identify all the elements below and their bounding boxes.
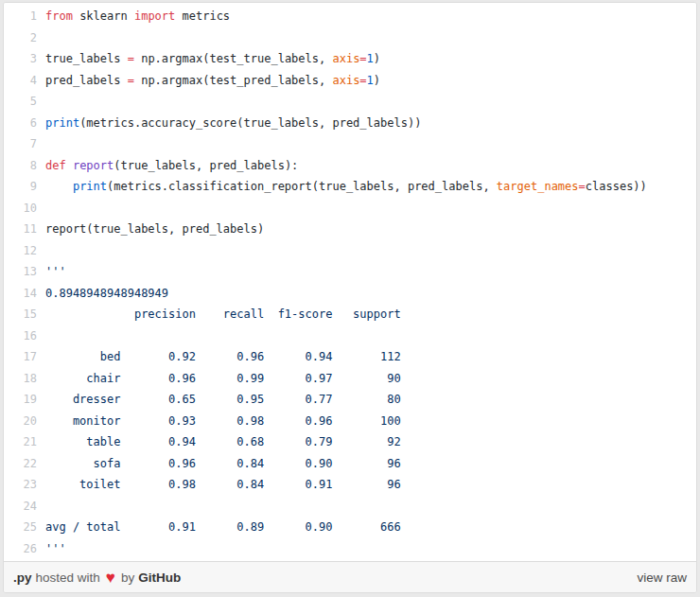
code-line: 21 table 0.94 0.68 0.79 92 <box>4 431 696 453</box>
gist-file-link[interactable]: .py <box>13 571 32 585</box>
by-label: by <box>121 571 134 585</box>
code-line: 140.8948948948948949 <box>4 283 696 305</box>
code-line: 6print(metrics.accuracy_score(true_label… <box>4 113 696 134</box>
code-text: dresser 0.65 0.95 0.77 80 <box>37 389 401 411</box>
code-line: 24 <box>4 496 696 518</box>
code-line: 22 sofa 0.96 0.84 0.90 96 <box>4 453 696 475</box>
code-text: sofa 0.96 0.84 0.90 96 <box>37 453 401 475</box>
code-text: toilet 0.98 0.84 0.91 96 <box>37 474 401 496</box>
code-text: monitor 0.93 0.98 0.96 100 <box>37 411 401 432</box>
line-number: 7 <box>4 133 37 155</box>
github-link[interactable]: GitHub <box>138 571 181 585</box>
line-number: 8 <box>4 155 37 177</box>
code-line: 23 toilet 0.98 0.84 0.91 96 <box>4 474 696 496</box>
code-text: from sklearn import metrics <box>37 6 230 27</box>
code-text <box>37 198 45 219</box>
line-number: 6 <box>4 113 37 134</box>
code-text: pred_labels = np.argmax(test_pred_labels… <box>37 70 380 92</box>
code-line: 26''' <box>4 538 696 560</box>
code-line: 4pred_labels = np.argmax(test_pred_label… <box>4 70 696 92</box>
code-text <box>37 27 45 49</box>
code-text <box>37 325 45 347</box>
code-line: 12 <box>4 240 696 262</box>
code-line: 7 <box>4 133 696 155</box>
heart-icon: ♥ <box>106 570 115 586</box>
code-text <box>37 91 45 113</box>
line-number: 24 <box>4 496 37 518</box>
code-line: 13''' <box>4 261 696 283</box>
line-number: 17 <box>4 346 37 368</box>
line-number: 26 <box>4 538 37 560</box>
code-text: bed 0.92 0.96 0.94 112 <box>37 346 401 368</box>
code-text: table 0.94 0.68 0.79 92 <box>37 431 401 453</box>
line-number: 11 <box>4 219 37 240</box>
line-number: 4 <box>4 70 37 92</box>
code-text: def report(true_labels, pred_labels): <box>37 155 298 177</box>
code-body: 1from sklearn import metrics23true_label… <box>4 3 696 561</box>
code-line: 19 dresser 0.65 0.95 0.77 80 <box>4 389 696 411</box>
code-text: print(metrics.classification_report(true… <box>37 176 647 198</box>
code-text: true_labels = np.argmax(test_true_labels… <box>37 48 380 70</box>
code-line: 11report(true_labels, pred_labels) <box>4 219 696 240</box>
code-text <box>37 133 45 155</box>
code-text: precision recall f1-score support <box>37 304 401 325</box>
line-number: 22 <box>4 453 37 475</box>
code-line: 2 <box>4 27 696 49</box>
code-line: 10 <box>4 198 696 219</box>
gist-footer-left: .py hosted with ♥ by GitHub <box>13 570 181 586</box>
code-text: ''' <box>37 538 66 560</box>
code-line: 20 monitor 0.93 0.98 0.96 100 <box>4 411 696 432</box>
line-number: 2 <box>4 27 37 49</box>
line-number: 25 <box>4 517 37 538</box>
line-number: 10 <box>4 198 37 219</box>
line-number: 3 <box>4 48 37 70</box>
line-number: 21 <box>4 431 37 453</box>
line-number: 12 <box>4 240 37 262</box>
code-line: 25avg / total 0.91 0.89 0.90 666 <box>4 517 696 538</box>
line-number: 23 <box>4 474 37 496</box>
code-text: avg / total 0.91 0.89 0.90 666 <box>37 517 401 538</box>
code-line: 17 bed 0.92 0.96 0.94 112 <box>4 346 696 368</box>
code-line: 5 <box>4 91 696 113</box>
line-number: 18 <box>4 368 37 390</box>
hosted-with-label: hosted with <box>36 571 100 585</box>
line-number: 14 <box>4 283 37 305</box>
line-number: 5 <box>4 91 37 113</box>
code-line: 3true_labels = np.argmax(test_true_label… <box>4 48 696 70</box>
code-line: 15 precision recall f1-score support <box>4 304 696 325</box>
code-line: 18 chair 0.96 0.99 0.97 90 <box>4 368 696 390</box>
code-text <box>37 496 45 518</box>
view-raw-link[interactable]: view raw <box>637 571 687 585</box>
code-text: 0.8948948948948949 <box>37 283 168 305</box>
line-number: 1 <box>4 6 37 27</box>
code-text: chair 0.96 0.99 0.97 90 <box>37 368 401 390</box>
code-text <box>37 240 45 262</box>
code-line: 8def report(true_labels, pred_labels): <box>4 155 696 177</box>
code-line: 1from sklearn import metrics <box>4 6 696 27</box>
code-text: report(true_labels, pred_labels) <box>37 219 264 240</box>
code-line: 16 <box>4 325 696 347</box>
code-line: 9 print(metrics.classification_report(tr… <box>4 176 696 198</box>
gist-footer: .py hosted with ♥ by GitHub view raw <box>4 561 696 592</box>
line-number: 20 <box>4 411 37 432</box>
line-number: 19 <box>4 389 37 411</box>
line-number: 16 <box>4 325 37 347</box>
line-number: 13 <box>4 261 37 283</box>
gist-embed: 1from sklearn import metrics23true_label… <box>3 2 697 593</box>
code-text: ''' <box>37 261 66 283</box>
code-text: print(metrics.accuracy_score(true_labels… <box>37 113 421 134</box>
line-number: 15 <box>4 304 37 325</box>
line-number: 9 <box>4 176 37 198</box>
